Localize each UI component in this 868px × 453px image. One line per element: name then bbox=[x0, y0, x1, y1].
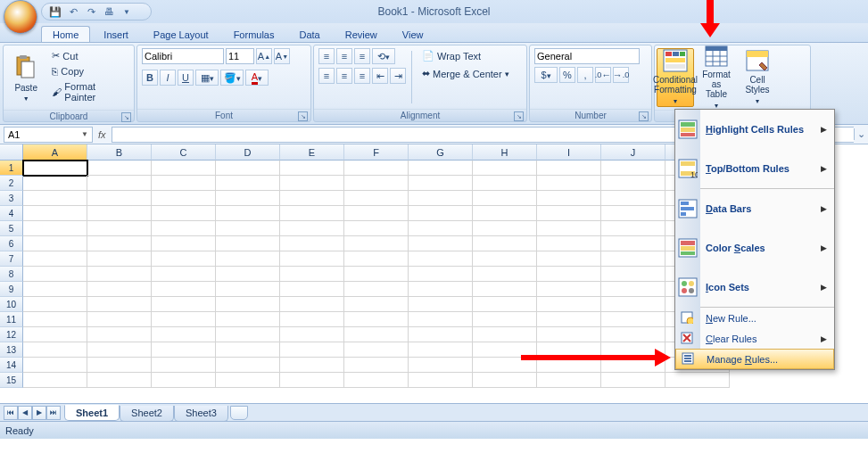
fill-color-button[interactable]: 🪣▾ bbox=[220, 70, 244, 86]
cell-A7[interactable] bbox=[23, 251, 87, 267]
cell-E1[interactable] bbox=[280, 161, 344, 176]
cell-D12[interactable] bbox=[216, 327, 280, 342]
cell-F5[interactable] bbox=[344, 221, 409, 236]
col-header-D[interactable]: D bbox=[216, 144, 280, 161]
cell-F8[interactable] bbox=[344, 267, 409, 282]
col-header-I[interactable]: I bbox=[537, 144, 601, 161]
cell-G12[interactable] bbox=[409, 327, 473, 342]
col-header-H[interactable]: H bbox=[473, 144, 537, 161]
cell-B11[interactable] bbox=[87, 312, 152, 327]
cell-E3[interactable] bbox=[280, 191, 344, 206]
cell-C6[interactable] bbox=[152, 236, 216, 251]
next-sheet-button[interactable]: ▶ bbox=[32, 406, 46, 420]
cell-B1[interactable] bbox=[87, 161, 152, 176]
underline-button[interactable]: U bbox=[178, 70, 194, 86]
cell-F6[interactable] bbox=[344, 236, 409, 251]
cell-J4[interactable] bbox=[601, 206, 665, 221]
cell-G14[interactable] bbox=[409, 358, 473, 373]
orientation-button[interactable]: ⟲▾ bbox=[372, 48, 395, 64]
save-icon[interactable]: 💾 bbox=[49, 5, 62, 18]
cell-G5[interactable] bbox=[409, 221, 473, 236]
cell-I7[interactable] bbox=[537, 251, 601, 267]
currency-button[interactable]: $▾ bbox=[534, 67, 558, 83]
cell-G2[interactable] bbox=[409, 176, 473, 191]
cell-I4[interactable] bbox=[537, 206, 601, 221]
decrease-indent-button[interactable]: ⇤ bbox=[372, 68, 388, 84]
cell-B3[interactable] bbox=[87, 191, 152, 206]
tab-data[interactable]: Data bbox=[287, 26, 331, 42]
select-all-corner[interactable] bbox=[0, 144, 23, 161]
copy-button[interactable]: ⎘Copy bbox=[47, 64, 129, 78]
sheet-tab-2[interactable]: Sheet2 bbox=[120, 406, 174, 422]
cell-H15[interactable] bbox=[473, 373, 537, 388]
menu-new-rule[interactable]: New Rule... bbox=[675, 308, 834, 328]
cell-G7[interactable] bbox=[409, 251, 473, 267]
cell-B6[interactable] bbox=[87, 236, 152, 251]
cell-J9[interactable] bbox=[601, 282, 665, 297]
cell-H4[interactable] bbox=[473, 206, 537, 221]
menu-icon-sets[interactable]: Icon Sets ▶ bbox=[675, 268, 834, 307]
font-launcher-icon[interactable]: ↘ bbox=[298, 111, 308, 121]
cell-H2[interactable] bbox=[473, 176, 537, 191]
cell-styles-button[interactable]: Cell Styles▾ bbox=[739, 48, 776, 107]
cell-B14[interactable] bbox=[87, 358, 152, 373]
cell-F9[interactable] bbox=[344, 282, 409, 297]
cell-J7[interactable] bbox=[601, 251, 665, 267]
cell-J1[interactable] bbox=[601, 161, 665, 176]
format-as-table-button[interactable]: Format as Table▾ bbox=[698, 48, 735, 107]
cell-J10[interactable] bbox=[601, 297, 665, 312]
office-button[interactable] bbox=[4, 0, 37, 34]
font-color-button[interactable]: A▾ bbox=[245, 70, 269, 86]
cell-K15[interactable] bbox=[665, 373, 730, 388]
cell-A6[interactable] bbox=[23, 236, 87, 251]
cell-G9[interactable] bbox=[409, 282, 473, 297]
undo-icon[interactable]: ↶ bbox=[67, 5, 79, 18]
cell-D9[interactable] bbox=[216, 282, 280, 297]
col-header-C[interactable]: C bbox=[152, 144, 216, 161]
cell-H7[interactable] bbox=[473, 251, 537, 267]
decrease-decimal-button[interactable]: →.0 bbox=[613, 67, 629, 83]
row-header-13[interactable]: 13 bbox=[0, 342, 23, 358]
cell-C4[interactable] bbox=[152, 206, 216, 221]
wrap-text-button[interactable]: 📄Wrap Text bbox=[417, 48, 514, 63]
cell-E11[interactable] bbox=[280, 312, 344, 327]
cell-J2[interactable] bbox=[601, 176, 665, 191]
cell-H1[interactable] bbox=[473, 161, 537, 176]
cell-I12[interactable] bbox=[537, 327, 601, 342]
cell-B4[interactable] bbox=[87, 206, 152, 221]
cell-F2[interactable] bbox=[344, 176, 409, 191]
cell-C11[interactable] bbox=[152, 312, 216, 327]
cell-G8[interactable] bbox=[409, 267, 473, 282]
menu-data-bars[interactable]: Data Bars ▶ bbox=[675, 189, 834, 228]
merge-center-button[interactable]: ⬌Merge & Center▾ bbox=[417, 66, 514, 81]
cell-H8[interactable] bbox=[473, 267, 537, 282]
row-header-4[interactable]: 4 bbox=[0, 206, 23, 221]
cell-G4[interactable] bbox=[409, 206, 473, 221]
row-header-8[interactable]: 8 bbox=[0, 267, 23, 282]
cell-B12[interactable] bbox=[87, 327, 152, 342]
align-middle-button[interactable]: ≡ bbox=[336, 48, 352, 64]
paste-button[interactable]: Paste ▼ bbox=[8, 48, 44, 107]
row-header-10[interactable]: 10 bbox=[0, 297, 23, 312]
cell-F14[interactable] bbox=[344, 358, 409, 373]
cell-F11[interactable] bbox=[344, 312, 409, 327]
cell-G11[interactable] bbox=[409, 312, 473, 327]
tab-home[interactable]: Home bbox=[41, 26, 90, 42]
cell-A1[interactable] bbox=[23, 161, 87, 176]
cell-F7[interactable] bbox=[344, 251, 409, 267]
menu-color-scales[interactable]: Color Scales ▶ bbox=[675, 228, 834, 268]
cell-B5[interactable] bbox=[87, 221, 152, 236]
menu-manage-rules[interactable]: Manage Rules... bbox=[675, 349, 834, 369]
row-header-7[interactable]: 7 bbox=[0, 251, 23, 267]
cell-I1[interactable] bbox=[537, 161, 601, 176]
cell-A9[interactable] bbox=[23, 282, 87, 297]
cell-A4[interactable] bbox=[23, 206, 87, 221]
menu-highlight-cells-rules[interactable]: Highlight Cells Rules ▶ bbox=[675, 110, 834, 149]
cell-F12[interactable] bbox=[344, 327, 409, 342]
cell-G3[interactable] bbox=[409, 191, 473, 206]
italic-button[interactable]: I bbox=[160, 70, 176, 86]
row-header-12[interactable]: 12 bbox=[0, 327, 23, 342]
cell-I5[interactable] bbox=[537, 221, 601, 236]
align-top-button[interactable]: ≡ bbox=[318, 48, 335, 64]
cell-H11[interactable] bbox=[473, 312, 537, 327]
